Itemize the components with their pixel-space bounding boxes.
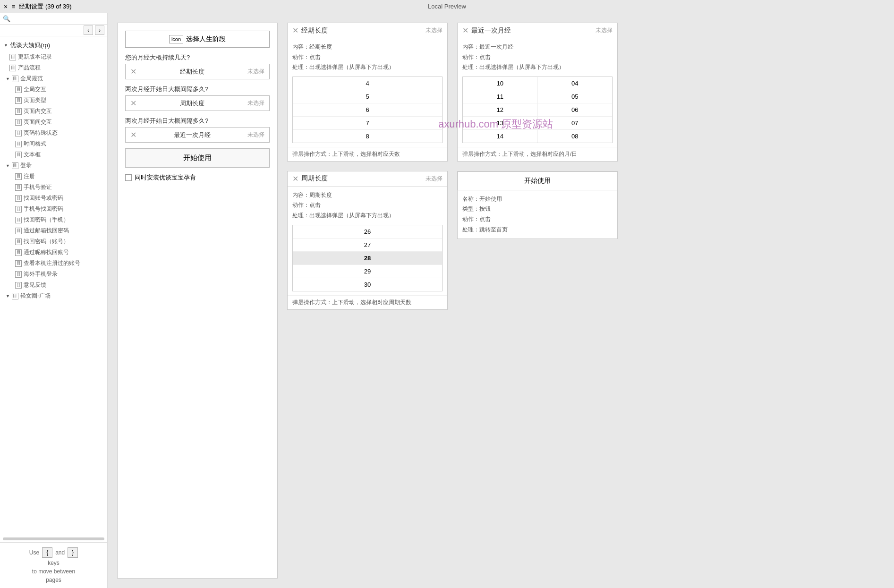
cycle-header-left: ✕ 周期长度 bbox=[292, 174, 328, 183]
picker-cell: 5 bbox=[293, 90, 442, 103]
last-period-desc: 内容：最近一次月经 动作：点击 处理：出现选择弹层（从屏幕下方出现） bbox=[462, 42, 613, 73]
sidebar-item-update-log[interactable]: 目 更新版本记录 bbox=[0, 51, 107, 62]
picker-row: 5 bbox=[293, 90, 442, 103]
picker-row: 6 bbox=[293, 103, 442, 117]
item-icon: 目 bbox=[15, 260, 22, 267]
picker-cell: 13 bbox=[463, 117, 538, 129]
footer-to-move-text: to move between bbox=[32, 568, 75, 575]
last-period-title: 最近一次月经 bbox=[471, 26, 511, 35]
item-icon: 目 bbox=[15, 86, 22, 93]
nav-next-button[interactable]: › bbox=[95, 26, 104, 35]
sidebar-item-overseas-login[interactable]: 目 海外手机登录 bbox=[0, 269, 107, 280]
last-period-field[interactable]: ✕ 最近一次月经 未选择 bbox=[125, 127, 270, 143]
period-length-field[interactable]: ✕ 经期长度 未选择 bbox=[125, 64, 270, 79]
cycle-length-header: ✕ 周期长度 未选择 bbox=[288, 171, 447, 187]
sidebar-item-global-spec[interactable]: ▼ 目 全局规范 bbox=[0, 73, 107, 84]
period-handler-label: 处理： bbox=[292, 64, 309, 70]
checkbox-install[interactable] bbox=[125, 174, 132, 181]
sidebar-item-root[interactable]: ▼ 优谈大姨妈(rp) bbox=[0, 39, 107, 51]
item-label: 页码特殊状态 bbox=[24, 129, 58, 137]
sidebar-item-phone-verify[interactable]: 目 手机号验证 bbox=[0, 182, 107, 193]
question1-label: 您的月经大概持续几天? bbox=[125, 53, 270, 62]
cycle-content-value: 周期长度 bbox=[309, 192, 332, 198]
cycle-status: 未选择 bbox=[426, 175, 443, 183]
middle-annotation-col: ✕ 经期长度 未选择 内容：经期长度 动作：点击 处理：出现选择弹层（从屏幕下方… bbox=[287, 23, 448, 579]
last-period-status: 未选择 bbox=[596, 26, 613, 34]
footer-prev-button[interactable]: { bbox=[42, 547, 52, 558]
sidebar-search-bar: 🔍 bbox=[0, 13, 107, 25]
footer-next-button[interactable]: } bbox=[68, 547, 78, 558]
picker-cell: 26 bbox=[293, 225, 442, 238]
select-life-stage-label: 选择人生阶段 bbox=[186, 35, 226, 43]
annotation-period-length: ✕ 经期长度 未选择 内容：经期长度 动作：点击 处理：出现选择弹层（从屏幕下方… bbox=[287, 23, 448, 162]
triangle-icon: ▼ bbox=[6, 294, 10, 298]
sidebar-item-special-state[interactable]: 目 页码特殊状态 bbox=[0, 128, 107, 138]
period-header-left: ✕ 经期长度 bbox=[292, 26, 328, 35]
sidebar-item-register[interactable]: 目 注册 bbox=[0, 171, 107, 182]
select-life-stage-button[interactable]: icon 选择人生阶段 bbox=[125, 31, 270, 48]
sidebar-item-page-nav[interactable]: 目 页面间交互 bbox=[0, 117, 107, 128]
sidebar-item-email-pwd[interactable]: 目 通过邮箱找回密码 bbox=[0, 225, 107, 236]
form-question1: 您的月经大概持续几天? ✕ 经期长度 未选择 bbox=[125, 53, 270, 79]
last-period-content-value: 最近一次月经 bbox=[479, 43, 513, 50]
item-label: 页面内交互 bbox=[24, 107, 52, 115]
item-label: 通过邮箱找回密码 bbox=[24, 227, 69, 235]
item-icon: 目 bbox=[15, 130, 22, 136]
period-x-icon: ✕ bbox=[130, 67, 136, 76]
sidebar-item-product-flow[interactable]: 目 产品流程 bbox=[0, 62, 107, 73]
sidebar-item-login[interactable]: ▼ 目 登录 bbox=[0, 160, 107, 171]
period-footer: 弹层操作方式：上下滑动，选择相对应天数 bbox=[288, 147, 447, 161]
cycle-action-label: 动作： bbox=[292, 202, 309, 208]
item-label: 找回密码（手机） bbox=[24, 216, 69, 224]
sidebar-item-textbox[interactable]: 目 文本框 bbox=[0, 149, 107, 160]
period-content-label: 内容： bbox=[292, 43, 309, 50]
item-label: 海外手机登录 bbox=[24, 270, 58, 278]
picker-cell: 08 bbox=[538, 130, 613, 143]
last-period-footer: 弹层操作方式：上下滑动，选择相对应的月/日 bbox=[458, 147, 617, 161]
item-label: 轻女圈-广场 bbox=[20, 292, 51, 300]
sidebar-item-page-type[interactable]: 目 页面类型 bbox=[0, 95, 107, 106]
last-period-label: 最近一次月经 bbox=[174, 131, 211, 139]
right-annotation-col: ✕ 最近一次月经 未选择 内容：最近一次月经 动作：点击 处理：出现选择弹层（从… bbox=[457, 23, 618, 579]
sidebar-item-phone-pwd[interactable]: 目 手机号找回密码 bbox=[0, 204, 107, 214]
picker-cell: 27 bbox=[293, 239, 442, 251]
period-length-placeholder: 未选择 bbox=[247, 68, 264, 76]
item-label: 更新版本记录 bbox=[18, 53, 52, 61]
item-label: 全局交互 bbox=[24, 85, 46, 94]
sidebar-item-check-registered[interactable]: 目 查看本机注册过的账号 bbox=[0, 258, 107, 269]
nav-prev-button[interactable]: ‹ bbox=[84, 26, 93, 35]
period-handler-value: 出现选择弹层（从屏幕下方出现） bbox=[309, 64, 394, 70]
sidebar-item-light-circle[interactable]: ▼ 目 轻女圈-广场 bbox=[0, 290, 107, 301]
picker-cell: 12 bbox=[463, 103, 538, 116]
item-icon: 目 bbox=[12, 162, 18, 169]
picker-cell: 11 bbox=[463, 90, 538, 103]
sidebar-item-global-interact[interactable]: 目 全局交互 bbox=[0, 84, 107, 95]
item-label: 找回账号或密码 bbox=[24, 194, 63, 202]
close-icon[interactable]: × bbox=[4, 3, 8, 10]
scrollbar[interactable] bbox=[3, 537, 104, 540]
start-button[interactable]: 开始使用 bbox=[125, 148, 270, 168]
item-icon: 目 bbox=[15, 195, 22, 202]
checkbox-row[interactable]: 同时安装优谈宝宝孕育 bbox=[125, 173, 270, 182]
sidebar-item-nickname-account[interactable]: 目 通过昵称找回账号 bbox=[0, 247, 107, 258]
sidebar-item-find-pwd-account[interactable]: 目 找回密码（账号） bbox=[0, 236, 107, 247]
sidebar-item-time-format[interactable]: 目 时间格式 bbox=[0, 138, 107, 149]
picker-row: 12 06 bbox=[463, 103, 612, 117]
last-period-body: 内容：最近一次月经 动作：点击 处理：出现选择弹层（从屏幕下方出现） 10 04… bbox=[458, 38, 617, 147]
sidebar-item-find-pwd-phone[interactable]: 目 找回密码（手机） bbox=[0, 214, 107, 225]
last-period-x-icon: ✕ bbox=[462, 26, 468, 35]
start-btn-display[interactable]: 开始使用 bbox=[458, 171, 617, 190]
picker-cell: 4 bbox=[293, 77, 442, 90]
cycle-handler-value: 出现选择弹层（从屏幕下方出现） bbox=[309, 212, 394, 219]
search-input[interactable] bbox=[12, 15, 104, 22]
last-period-header: ✕ 最近一次月经 未选择 bbox=[458, 23, 617, 38]
cycle-picker: 26 27 28 29 30 bbox=[292, 225, 443, 291]
cycle-length-field[interactable]: ✕ 周期长度 未选择 bbox=[125, 95, 270, 111]
sidebar-item-page-interact[interactable]: 目 页面内交互 bbox=[0, 106, 107, 117]
period-length-label: 经期长度 bbox=[180, 68, 204, 76]
picker-row: 27 bbox=[293, 239, 442, 252]
sidebar-item-feedback[interactable]: 目 意见反馈 bbox=[0, 280, 107, 290]
period-length-header: ✕ 经期长度 未选择 bbox=[288, 23, 447, 38]
sidebar-item-find-account[interactable]: 目 找回账号或密码 bbox=[0, 193, 107, 204]
item-icon: 目 bbox=[15, 184, 22, 191]
